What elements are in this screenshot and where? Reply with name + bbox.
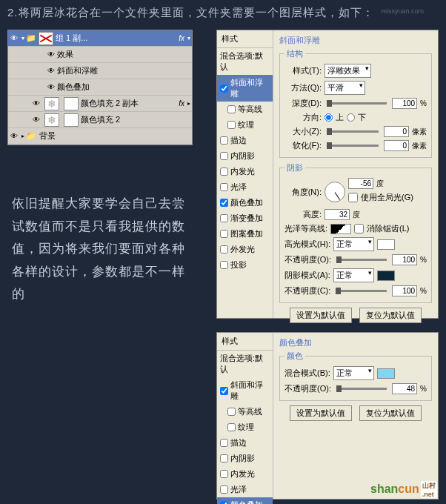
visibility-icon[interactable]: 👁	[30, 116, 42, 124]
visibility-icon[interactable]: 👁	[30, 99, 42, 107]
soften-slider[interactable]	[327, 145, 379, 147]
hl-opacity-slider[interactable]	[336, 259, 387, 261]
style-inner-glow[interactable]: 内发光	[217, 164, 273, 179]
visibility-icon[interactable]: 👁	[45, 83, 57, 91]
texture-checkbox[interactable]	[227, 121, 236, 129]
stroke-checkbox[interactable]	[220, 136, 228, 145]
drop-shadow-checkbox[interactable]	[220, 261, 228, 269]
layer-background[interactable]: 👁▸📁背景	[8, 128, 192, 145]
contour-checkbox[interactable]	[227, 105, 236, 113]
style-select[interactable]: 浮雕效果	[324, 64, 371, 78]
depth-value[interactable]: 100	[392, 98, 417, 109]
style-outer-glow[interactable]: 外发光	[217, 242, 273, 257]
sh-color-swatch[interactable]	[377, 271, 395, 281]
style-color-overlay[interactable]: 颜色叠加	[217, 497, 273, 504]
style-blend[interactable]: 混合选项:默认	[217, 351, 273, 377]
watermark: missyuan.com	[381, 7, 424, 15]
style-pat-overlay[interactable]: 图案叠加	[217, 226, 273, 242]
texture-checkbox[interactable]	[227, 423, 236, 431]
style-color-overlay[interactable]: 颜色叠加	[217, 195, 273, 210]
fx-expand-icon[interactable]: ▸	[187, 100, 190, 107]
contour-checkbox[interactable]	[227, 408, 236, 416]
visibility-icon[interactable]: 👁	[45, 50, 57, 59]
expand-icon[interactable]: ▸	[21, 133, 24, 139]
style-texture[interactable]: 纹理	[217, 117, 273, 133]
hl-color-swatch[interactable]	[377, 239, 395, 250]
style-grad-overlay[interactable]: 渐变叠加	[217, 210, 273, 226]
sh-mode-select[interactable]: 正常	[333, 268, 374, 282]
soften-value[interactable]: 0	[384, 140, 409, 151]
layer-effects[interactable]: 👁效果	[8, 47, 192, 63]
style-blend[interactable]: 混合选项:默认	[217, 48, 273, 75]
dir-down-radio[interactable]	[347, 113, 355, 122]
style-contour[interactable]: 等高线	[217, 404, 273, 420]
gloss-contour[interactable]	[330, 224, 351, 234]
global-light-checkbox[interactable]	[348, 193, 358, 202]
set-default-button[interactable]: 设置为默认值	[290, 405, 352, 421]
deg-unit: 度	[376, 179, 384, 189]
hl-mode-select[interactable]: 正常	[333, 237, 374, 251]
inner-glow-checkbox[interactable]	[220, 470, 228, 478]
style-inner-glow[interactable]: 内发光	[217, 466, 273, 482]
hl-opacity-value[interactable]: 100	[392, 254, 417, 265]
grad-overlay-checkbox[interactable]	[220, 214, 228, 222]
style-stroke[interactable]: 描边	[217, 133, 273, 148]
inner-shadow-checkbox[interactable]	[220, 152, 228, 160]
satin-checkbox[interactable]	[220, 485, 228, 494]
color-overlay-checkbox[interactable]	[220, 501, 228, 504]
style-inner-shadow[interactable]: 内阴影	[217, 451, 273, 466]
layer-group[interactable]: 👁 ▾ 📁 组 1 副... fx ▾	[8, 30, 192, 47]
angle-value[interactable]: -56	[348, 178, 373, 189]
sh-opacity-value[interactable]: 100	[392, 285, 417, 296]
blend-mode-select[interactable]: 正常	[333, 366, 374, 380]
size-value[interactable]: 0	[384, 126, 409, 137]
layer-fill2copy[interactable]: 👁❄颜色填充 2 副本fx▸	[8, 96, 192, 112]
set-default-button[interactable]: 设置为默认值	[290, 308, 352, 323]
reset-default-button[interactable]: 复位为默认值	[359, 308, 422, 323]
style-satin[interactable]: 光泽	[217, 482, 273, 497]
layer-overlay[interactable]: 👁颜色叠加	[8, 79, 192, 96]
bevel-checkbox[interactable]	[220, 387, 228, 395]
up-label: 上	[336, 112, 344, 123]
tech-select[interactable]: 平滑	[324, 81, 365, 95]
outer-glow-checkbox[interactable]	[220, 245, 228, 253]
color-overlay-checkbox[interactable]	[220, 199, 228, 207]
style-bevel[interactable]: 斜面和浮雕	[217, 75, 273, 102]
style-list: 样式 混合选项:默认 斜面和浮雕 等高线 纹理 描边 内阴影 内发光 光泽 颜色…	[217, 30, 273, 318]
stroke-checkbox[interactable]	[220, 439, 228, 447]
bevel-checkbox[interactable]	[220, 84, 228, 93]
depth-slider[interactable]	[327, 102, 387, 105]
inner-glow-checkbox[interactable]	[220, 168, 228, 176]
altitude-value[interactable]: 32	[324, 209, 350, 220]
shancun-logo: shancun 山村 .net	[370, 479, 437, 500]
layer-fill2[interactable]: 👁❄颜色填充 2	[8, 112, 192, 128]
angle-control[interactable]	[324, 182, 345, 202]
visibility-icon[interactable]: 👁	[8, 34, 20, 42]
antialias-checkbox[interactable]	[354, 224, 364, 233]
visibility-icon[interactable]: 👁	[45, 67, 57, 75]
style-satin[interactable]: 光泽	[217, 179, 273, 195]
layers-panel: 👁 ▾ 📁 组 1 副... fx ▾ 👁效果 👁斜面和浮雕 👁颜色叠加 👁❄颜…	[7, 30, 193, 145]
reset-default-button[interactable]: 复位为默认值	[359, 405, 422, 421]
visibility-icon[interactable]: 👁	[8, 132, 20, 140]
size-slider[interactable]	[327, 130, 379, 133]
sh-opacity-slider[interactable]	[336, 290, 387, 292]
layer-bevel[interactable]: 👁斜面和浮雕	[8, 63, 192, 79]
style-contour[interactable]: 等高线	[217, 102, 273, 117]
opacity-slider[interactable]	[336, 388, 387, 390]
style-stroke[interactable]: 描边	[217, 435, 273, 451]
pat-overlay-checkbox[interactable]	[220, 230, 228, 238]
satin-checkbox[interactable]	[220, 183, 228, 191]
opacity-value[interactable]: 48	[392, 383, 417, 394]
dir-up-radio[interactable]	[324, 113, 333, 122]
style-bevel[interactable]: 斜面和浮雕	[217, 377, 273, 404]
fx-expand-icon[interactable]: ▾	[187, 35, 190, 42]
style-drop-shadow[interactable]: 投影	[217, 257, 273, 273]
hl-opacity-label: 不透明度(O):	[284, 254, 331, 265]
inner-shadow-checkbox[interactable]	[220, 454, 228, 462]
style-inner-shadow[interactable]: 内阴影	[217, 148, 273, 164]
overlay-color-swatch[interactable]	[377, 368, 395, 379]
color-fieldset: 颜色 混合模式(B):正常 不透明度(O):48%	[279, 351, 432, 401]
expand-icon[interactable]: ▾	[21, 35, 24, 42]
style-texture[interactable]: 纹理	[217, 420, 273, 435]
